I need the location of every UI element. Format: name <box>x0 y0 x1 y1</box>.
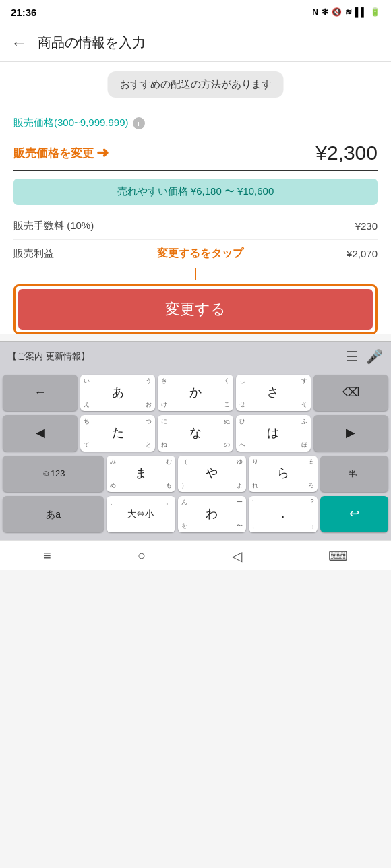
top-nav: ← 商品の情報を入力 <box>0 24 391 62</box>
bottom-nav: ≡ ○ ◁ ⌨ <box>0 540 391 570</box>
price-change-text: 販売価格を変更 <box>13 146 94 161</box>
key-a[interactable]: い う あ え お <box>80 375 155 411</box>
key-left-icon: ◀ <box>36 426 45 441</box>
recommendation-text: おすすめの配送の方法があります <box>108 71 284 98</box>
change-button-wrapper: 変更する <box>13 284 378 334</box>
key-123[interactable]: ☺123 <box>3 456 104 492</box>
main-content: おすすめの配送の方法があります 販売価格(300~9,999,999) i 販売… <box>0 62 391 334</box>
key-ha[interactable]: ひ ふ は へ ほ <box>236 415 311 452</box>
key-enter-icon: ↩ <box>349 507 359 522</box>
key-dot-sub-bot-left: 、 <box>252 522 258 530</box>
nav-back-icon[interactable]: ◁ <box>232 548 242 564</box>
key-wa-main: わ <box>206 507 218 522</box>
ime-menu-icon[interactable]: ☰ <box>346 348 358 365</box>
key-sa-sub-right: す <box>301 377 307 385</box>
key-ka[interactable]: き く か け こ <box>158 375 233 411</box>
key-ha-sub-left: ひ <box>239 417 245 426</box>
key-ta-sub-bot-right: と <box>146 441 152 450</box>
battery-icon: 🔋 <box>370 7 380 17</box>
key-wa-sub-left: ん <box>181 498 187 507</box>
key-punct[interactable]: 、 。 大⇔小 <box>107 496 175 532</box>
wifi-icon: ≋ <box>345 7 352 17</box>
key-sa-main: さ <box>267 385 279 400</box>
key-ta-sub-bot-left: て <box>84 441 90 450</box>
key-ya-sub-bot-right: よ <box>237 481 243 490</box>
annotation-text: 変更するをタップ <box>157 247 243 261</box>
key-na-sub-bot-right: の <box>224 441 230 450</box>
key-ra[interactable]: り る ら れ ろ <box>249 456 317 492</box>
nav-menu-icon[interactable]: ≡ <box>43 548 51 563</box>
profit-label: 販売利益 <box>13 247 54 260</box>
key-left[interactable]: ◀ <box>3 415 78 452</box>
key-a-sub-left: い <box>84 377 90 385</box>
key-delete[interactable]: ⌫ <box>313 375 388 411</box>
key-dot[interactable]: : ? . 、 ! <box>249 496 317 532</box>
keyboard-row-4: あa 、 。 大⇔小 ん ー わ を 〜 : ? . 、 ! ↩ <box>3 496 388 532</box>
nav-home-icon[interactable]: ○ <box>138 548 146 563</box>
recommendation-bubble: おすすめの配送の方法があります <box>13 62 378 107</box>
key-ha-sub-bot-left: へ <box>239 441 245 450</box>
status-icons: N ✻ 🔇 ≋ ▌▌ 🔋 <box>312 7 380 17</box>
signal-icon: ▌▌ <box>355 7 367 17</box>
key-wa[interactable]: ん ー わ を 〜 <box>178 496 246 532</box>
arrow-right-icon: ➜ <box>96 144 109 162</box>
ime-mic-icon[interactable]: 🎤 <box>366 348 383 365</box>
key-ra-sub-right: る <box>308 458 314 466</box>
ime-toolbar-right: ☰ 🎤 <box>346 348 383 365</box>
key-na[interactable]: に ぬ な ね の <box>158 415 233 452</box>
keyboard: ← い う あ え お き く か け こ し す さ せ そ ⌫ ◀ <box>0 371 391 540</box>
change-button[interactable]: 変更する <box>18 289 373 330</box>
profit-row: 販売利益 変更するをタップ ¥2,070 <box>13 240 378 268</box>
profit-value: ¥2,070 <box>347 248 378 259</box>
key-ala-label: あa <box>46 509 61 520</box>
keyboard-row-2: ◀ ち つ た て と に ぬ な ね の ひ ふ は へ ほ ▶ <box>3 415 388 452</box>
info-icon[interactable]: i <box>133 117 145 129</box>
key-dot-main: . <box>281 507 284 522</box>
key-ya-main: や <box>206 466 218 481</box>
key-ma[interactable]: み む ま め も <box>107 456 175 492</box>
key-ha-sub-right: ふ <box>301 417 307 426</box>
network-icon: N <box>312 7 318 17</box>
key-punct-sub-left: 、 <box>110 498 116 507</box>
key-backspace-nav[interactable]: ← <box>3 375 78 411</box>
key-enter[interactable]: ↩ <box>320 496 388 532</box>
fee-value: ¥230 <box>355 220 378 232</box>
key-punct-main: 大⇔小 <box>127 509 154 520</box>
price-section: 販売価格(300~9,999,999) i <box>13 107 378 135</box>
key-ra-main: ら <box>277 466 289 481</box>
key-right[interactable]: ▶ <box>313 415 388 452</box>
key-wa-sub-bot-left: を <box>181 522 187 530</box>
key-back-icon: ← <box>34 385 47 400</box>
key-ta-main: た <box>112 426 124 441</box>
price-label: 販売価格(300~9,999,999) i <box>13 117 378 129</box>
price-change-label: 販売価格を変更 ➜ <box>13 144 111 162</box>
nav-keyboard-icon[interactable]: ⌨ <box>328 548 348 564</box>
key-sa[interactable]: し す さ せ そ <box>236 375 311 411</box>
key-a-sub-right: う <box>146 377 152 385</box>
ime-notice: 【ご案内 更新情報】 <box>8 350 90 363</box>
key-a-main: あ <box>112 385 124 400</box>
status-time: 21:36 <box>11 7 36 18</box>
key-ma-sub-bot-right: も <box>166 481 172 490</box>
key-ya-sub-left: （ <box>181 458 187 466</box>
fee-row: 販売手数料 (10%) ¥230 <box>13 213 378 240</box>
key-na-sub-bot-left: ね <box>161 441 167 450</box>
key-ya[interactable]: （ ゆ や ） よ <box>178 456 246 492</box>
key-ra-sub-left: り <box>252 458 258 466</box>
back-button[interactable]: ← <box>11 34 27 53</box>
key-ya-sub-right: ゆ <box>237 458 243 466</box>
key-ala[interactable]: あa <box>3 496 104 532</box>
key-na-sub-left: に <box>161 417 167 426</box>
sound-icon: 🔇 <box>332 7 342 17</box>
key-wa-sub-bot-right: 〜 <box>237 522 243 530</box>
key-ha-main: は <box>267 426 279 441</box>
bluetooth-icon: ✻ <box>322 7 328 17</box>
current-price: ¥2,300 <box>315 142 378 164</box>
key-ma-sub-bot-left: め <box>110 481 116 490</box>
key-ta[interactable]: ち つ た て と <box>80 415 155 452</box>
key-na-sub-right: ぬ <box>224 417 230 426</box>
key-na-main: な <box>189 426 202 441</box>
key-ta-sub-right: つ <box>146 417 152 426</box>
status-bar: 21:36 N ✻ 🔇 ≋ ▌▌ 🔋 <box>0 0 391 24</box>
key-hankaku[interactable]: 半⌐ <box>320 456 388 492</box>
